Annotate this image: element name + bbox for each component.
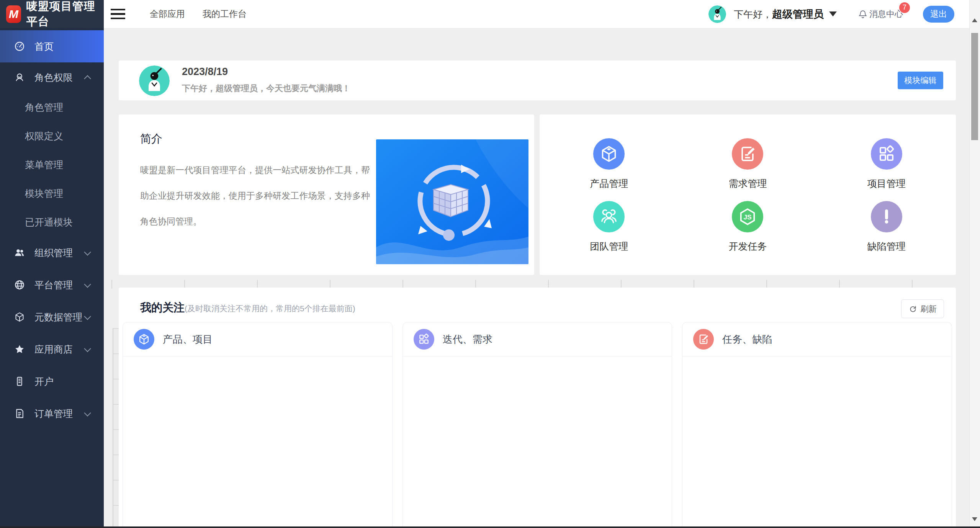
sidebar-item-label: 角色权限 — [34, 71, 73, 84]
user-avatar[interactable] — [708, 5, 726, 23]
cube-loop-illustration — [376, 139, 528, 264]
sidebar-subitem-module-manage[interactable]: 模块管理 — [0, 179, 104, 208]
metadata-cube-icon — [14, 311, 25, 323]
greeting-text[interactable]: 下午好，超级管理员 — [734, 7, 824, 21]
svg-text:JS: JS — [744, 213, 752, 221]
sidebar-item-metadata[interactable]: 元数据管理 — [0, 301, 104, 333]
focus-card-header: 任务、缺陷 — [682, 322, 952, 356]
tab-my-workbench[interactable]: 我的工作台 — [203, 8, 247, 20]
my-focus-hint: (及时取消关注不常用的，常用的5个排在最前面) — [185, 303, 355, 314]
refresh-button[interactable]: 刷新 — [901, 299, 944, 318]
refresh-icon — [909, 305, 917, 313]
sidebar-item-home[interactable]: 首页 — [0, 30, 104, 62]
focus-card-header: 迭代、需求 — [403, 322, 672, 356]
chevron-down-icon — [84, 248, 91, 255]
module-label: 开发任务 — [728, 240, 767, 253]
role-permission-submenu: 角色管理 权限定义 菜单管理 模块管理 已开通模块 — [0, 92, 104, 237]
focus-card-body — [123, 356, 392, 528]
edit-doc-icon — [697, 333, 710, 346]
sidebar-item-label: 平台管理 — [34, 279, 73, 291]
welcome-message: 下午好，超级管理员，今天也要元气满满哦！ — [182, 83, 350, 94]
focus-card-title: 迭代、需求 — [443, 333, 492, 346]
sidebar-item-label: 订单管理 — [34, 407, 73, 420]
focus-card-header: 产品、项目 — [123, 322, 392, 356]
logout-button[interactable]: 退出 — [923, 6, 954, 23]
vertical-scrollbar[interactable] — [969, 0, 980, 526]
sidebar-subitem-opened-modules[interactable]: 已开通模块 — [0, 208, 104, 237]
focus-card-title: 产品、项目 — [163, 333, 213, 346]
cube-icon — [599, 144, 619, 164]
chevron-down-icon — [84, 345, 91, 352]
refresh-label: 刷新 — [921, 304, 937, 314]
focus-card-iteration-requirement: 迭代、需求 — [402, 322, 672, 528]
sidebar-subitem-permission-define[interactable]: 权限定义 — [0, 122, 104, 150]
welcome-card: 2023/8/19 下午好，超级管理员，今天也要元气满满哦！ 模块编辑 — [119, 60, 956, 100]
message-center-label: 消息中心 — [869, 8, 903, 20]
sidebar-item-open-account[interactable]: 开户 — [0, 365, 104, 397]
sidebar-item-label: 首页 — [34, 40, 54, 53]
chevron-down-icon — [84, 313, 91, 320]
sidebar-item-label: 元数据管理 — [34, 311, 82, 324]
main-content: 2023/8/19 下午好，超级管理员，今天也要元气满满哦！ 模块编辑 简介 唛… — [104, 28, 970, 528]
intro-illustration — [376, 139, 528, 264]
module-project[interactable]: 项目管理 — [817, 138, 956, 201]
window-bottom-edge — [0, 526, 980, 528]
hamburger-menu-icon[interactable] — [111, 8, 127, 20]
sidebar-item-label: 开户 — [34, 375, 54, 388]
module-requirement[interactable]: 需求管理 — [678, 138, 817, 201]
sidebar-subitem-menu-manage[interactable]: 菜单管理 — [0, 150, 104, 179]
message-badge: 7 — [899, 2, 910, 13]
tab-all-apps[interactable]: 全部应用 — [150, 8, 185, 20]
focus-card-body — [403, 356, 672, 528]
account-icon — [14, 376, 25, 387]
nodejs-icon: JS — [738, 207, 757, 227]
logo-bar: M 唛盟项目管理平台 — [0, 0, 104, 28]
focus-card-title: 任务、缺陷 — [722, 333, 772, 346]
intro-card: 简介 唛盟是新一代项目管理平台，提供一站式研发协作工具，帮助企业提升研发效能，使… — [119, 114, 534, 275]
sidebar-item-org[interactable]: 组织管理 — [0, 237, 104, 269]
dashboard-icon — [14, 41, 25, 52]
app-screen: M 唛盟项目管理平台 首页 角色权限 角色管理 权限定义 菜单管理 模块管理 已… — [0, 0, 980, 528]
scrollbar-thumb[interactable] — [971, 33, 978, 140]
sidebar-item-app-store[interactable]: 应用商店 — [0, 333, 104, 365]
cube-icon — [137, 333, 151, 346]
sidebar-subitem-role-manage[interactable]: 角色管理 — [0, 93, 104, 122]
module-edit-button[interactable]: 模块编辑 — [898, 72, 943, 89]
team-icon — [599, 207, 619, 227]
focus-cards-row: 产品、项目 迭代、需求 — [123, 322, 952, 528]
module-label: 产品管理 — [590, 177, 628, 190]
order-icon — [14, 408, 25, 419]
topbar: 全部应用 我的工作台 下午好，超级管理员 消息中心 7 退出 — [104, 0, 970, 28]
avatar-doodle-icon — [139, 65, 170, 96]
user-dropdown-caret-icon[interactable] — [829, 11, 837, 16]
welcome-date: 2023/8/19 — [182, 66, 228, 78]
bell-icon — [858, 9, 868, 19]
module-dev-task[interactable]: JS 开发任务 — [678, 201, 817, 264]
message-center[interactable]: 消息中心 7 — [858, 8, 903, 20]
module-label: 项目管理 — [867, 177, 906, 190]
modules-card: 产品管理 需求管理 项目管理 团队管理 — [540, 114, 956, 275]
module-product[interactable]: 产品管理 — [540, 138, 678, 201]
star-icon — [14, 343, 25, 355]
org-users-icon — [14, 247, 25, 258]
scroll-up-arrow-icon[interactable] — [972, 18, 977, 22]
sidebar: M 唛盟项目管理平台 首页 角色权限 角色管理 权限定义 菜单管理 模块管理 已… — [0, 0, 104, 526]
module-team[interactable]: 团队管理 — [540, 201, 678, 264]
components-icon — [417, 333, 430, 346]
sidebar-item-role-permission[interactable]: 角色权限 — [0, 62, 104, 92]
module-defect[interactable]: 缺陷管理 — [817, 201, 956, 264]
chevron-up-icon — [84, 75, 91, 82]
app-logo: M — [6, 5, 21, 23]
globe-icon — [14, 279, 25, 291]
role-icon — [14, 72, 25, 83]
greeting-prefix: 下午好， — [734, 9, 772, 20]
intro-title: 简介 — [140, 131, 162, 147]
sidebar-item-platform[interactable]: 平台管理 — [0, 269, 104, 301]
sidebar-item-label: 组织管理 — [34, 247, 73, 259]
sidebar-item-orders[interactable]: 订单管理 — [0, 397, 104, 430]
scroll-down-arrow-icon[interactable] — [972, 517, 977, 521]
sidebar-menu: 首页 角色权限 角色管理 权限定义 菜单管理 模块管理 已开通模块 组织管理 — [0, 28, 104, 430]
sidebar-item-label: 应用商店 — [34, 343, 73, 356]
my-focus-title: 我的关注 — [140, 300, 185, 315]
focus-card-task-defect: 任务、缺陷 — [682, 322, 952, 528]
